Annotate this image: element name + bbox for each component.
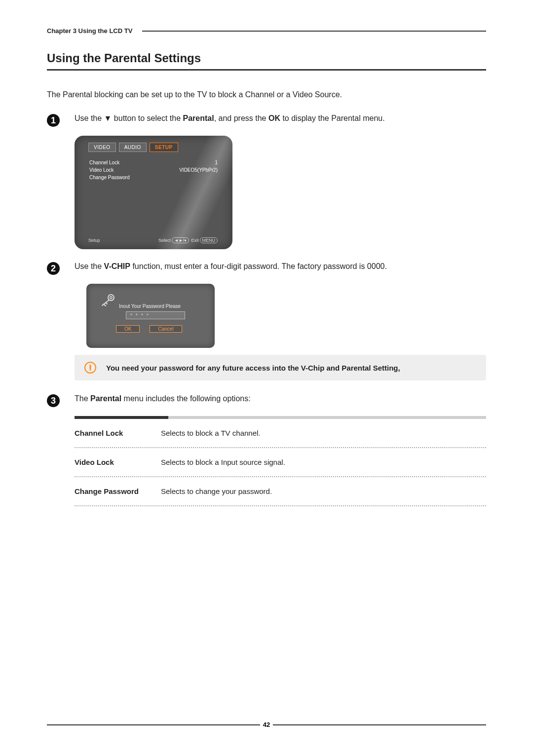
step-1-text: Use the ▼ button to select the Parental,… [75, 114, 486, 123]
option-name: Channel Lock [75, 429, 161, 437]
svg-point-1 [110, 297, 112, 299]
option-desc: Selects to block a TV channel. [161, 429, 261, 437]
password-prompt-label: Inout Your Password Please [119, 303, 181, 309]
footer-setup: Setup [88, 238, 100, 243]
tab-audio[interactable]: AUDIO [119, 143, 147, 152]
intro-text: The Parental blocking can be set up to t… [47, 90, 486, 99]
option-name: Video Lock [75, 458, 161, 466]
options-table: Channel Lock Selects to block a TV chann… [75, 416, 486, 506]
s3-pre: The [75, 394, 90, 403]
cancel-button[interactable]: Cancel [150, 325, 182, 333]
s3-b: Parental [90, 394, 121, 403]
page-footer: 42 [47, 721, 486, 728]
row-label: Channel Lock [89, 160, 119, 165]
table-row[interactable]: Channel Lock 1 [89, 159, 218, 166]
password-prompt-screenshot: Inout Your Password Please ＊＊＊＊ OK Cance… [86, 284, 215, 348]
step-2-text: Use the V-CHIP function, must enter a fo… [75, 262, 486, 271]
step-3-text: The Parental menu includes the following… [75, 394, 486, 403]
step-number-1: 1 [47, 114, 60, 127]
footer-nav: Select◄►/♦ ExitMENU [158, 237, 219, 243]
footer-exit-label: Exit [191, 238, 198, 243]
step-1: 1 Use the ▼ button to select the Parenta… [47, 114, 486, 127]
table-row[interactable]: Video Lock VIDEO5(YPbPr2) [89, 166, 218, 174]
options-table-header-bar [75, 416, 486, 419]
step-2: 2 Use the V-CHIP function, must enter a … [47, 262, 486, 275]
footer-rule [273, 724, 486, 725]
step-number-3: 3 [47, 394, 60, 407]
option-desc: Selects to block a Input source signal. [161, 458, 285, 466]
tab-setup[interactable]: SETUP [150, 143, 178, 152]
table-row: Video Lock Selects to block a Input sour… [75, 448, 486, 477]
lock-key-icon [99, 294, 116, 307]
s1-mid: , and press the [214, 114, 268, 122]
s2-b: V-CHIP [104, 262, 130, 270]
s2-post: function, must enter a four-digit passwo… [130, 262, 387, 270]
tv-menu-screenshot: VIDEO AUDIO SETUP Channel Lock 1 Video L… [75, 136, 232, 249]
s1-b2: OK [268, 114, 280, 122]
row-label: Change Password [89, 175, 130, 180]
tv-footer: Setup Select◄►/♦ ExitMENU [88, 237, 219, 243]
s1-b1: Parental [183, 114, 214, 122]
password-field[interactable]: ＊＊＊＊ [126, 311, 185, 319]
table-row: Channel Lock Selects to block a TV chann… [75, 419, 486, 448]
page-number: 42 [260, 721, 273, 728]
option-name: Change Password [75, 487, 161, 495]
warning-icon [84, 362, 96, 374]
table-row: Change Password Selects to change your p… [75, 477, 486, 506]
tab-video[interactable]: VIDEO [88, 143, 116, 152]
chapter-label: Chapter 3 Using the LCD TV [47, 27, 132, 35]
tv-menu-rows: Channel Lock 1 Video Lock VIDEO5(YPbPr2)… [75, 157, 232, 181]
option-desc: Selects to change your password. [161, 487, 272, 495]
s1-post: to display the Parental menu. [280, 114, 385, 122]
tv-tabs: VIDEO AUDIO SETUP [75, 136, 232, 157]
row-value: 1 [215, 160, 218, 165]
table-row[interactable]: Change Password [89, 174, 218, 181]
ok-button[interactable]: OK [116, 325, 140, 333]
s1-pre: Use the ▼ button to select the [75, 114, 183, 122]
chapter-header: Chapter 3 Using the LCD TV [47, 27, 486, 37]
footer-rule [47, 724, 260, 725]
footer-select-label: Select [158, 238, 171, 243]
row-label: Video Lock [89, 167, 114, 173]
row-value: VIDEO5(YPbPr2) [179, 167, 218, 173]
title-rule [47, 69, 486, 71]
nav-arrows-icon: ◄►/♦ [172, 237, 189, 243]
page: Chapter 3 Using the LCD TV Using the Par… [0, 0, 533, 521]
step-number-2: 2 [47, 262, 60, 275]
page-title: Using the Parental Settings [47, 51, 486, 65]
step-3: 3 The Parental menu includes the followi… [47, 394, 486, 407]
warning-callout: You need your password for any future ac… [75, 355, 486, 380]
nav-menu-icon: MENU [200, 237, 218, 243]
s2-pre: Use the [75, 262, 104, 270]
warning-text: You need your password for any future ac… [106, 364, 400, 372]
password-buttons: OK Cancel [116, 325, 182, 333]
s3-post: menu includes the following options: [121, 394, 251, 403]
header-rule [142, 31, 486, 32]
